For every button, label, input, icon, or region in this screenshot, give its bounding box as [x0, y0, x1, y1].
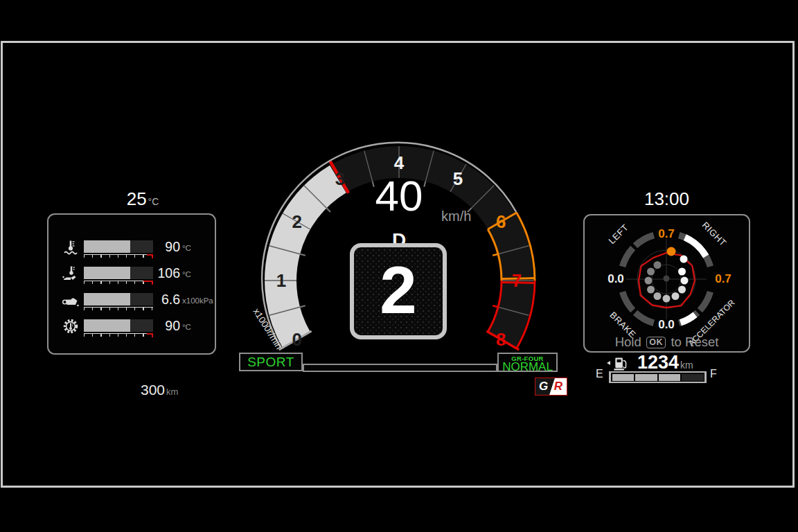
reset-hint-pre: Hold	[615, 335, 641, 350]
g-force-meter: 0.7 0.7 0.0 0.0 LEFT RIGHT BRAKE ACCELER…	[585, 215, 752, 354]
distance-to-empty: 1234km	[637, 352, 693, 373]
coolant-temperature-value: 90	[125, 240, 180, 254]
oil-temperature-scale	[84, 281, 153, 285]
g-value-top: 0.7	[658, 227, 675, 240]
ok-button-glyph: OK	[646, 337, 666, 348]
oil-pressure-scale	[84, 307, 153, 312]
awd-mode-value: NORMAL	[499, 362, 556, 372]
gr-logo-letter-r: R	[554, 380, 562, 393]
vital-row-coolant: 90 °C	[48, 240, 215, 266]
gr-logo: G R	[535, 378, 567, 396]
fuel-segment	[635, 374, 657, 381]
g-value-right: 0.7	[715, 272, 732, 285]
g-label-left: LEFT	[607, 222, 631, 247]
gr-logo-letter-g: G	[539, 380, 548, 393]
vitals-panel: 90 °C 106 °C	[47, 213, 216, 355]
coolant-temperature-icon	[61, 238, 80, 257]
g-label-right: RIGHT	[700, 220, 729, 248]
g-meter-active-arc-right	[685, 238, 706, 256]
g-value-bottom: 0.0	[658, 318, 675, 331]
ambient-temperature-value: 25	[127, 188, 147, 209]
coolant-temperature-unit: °C	[182, 244, 191, 252]
tach-tick-2: 2	[292, 211, 302, 232]
oil-pressure-unit: x100kPa	[182, 296, 213, 305]
tach-tick-6: 6	[496, 211, 506, 232]
tach-tick-8: 8	[496, 329, 506, 350]
tach-tick-0: 0	[292, 329, 302, 350]
coolant-temperature-scale	[84, 254, 153, 259]
oil-pressure-value: 6.6	[125, 292, 180, 306]
drive-mode-badge: SPORT	[239, 353, 303, 371]
transmission-temperature-value: 90	[125, 319, 180, 332]
current-gear-value: 2	[380, 253, 416, 327]
distance-to-empty-value: 1234	[637, 352, 679, 373]
g-monitor-panel: 0.7 0.7 0.0 0.0 LEFT RIGHT BRAKE ACCELER…	[583, 214, 750, 353]
reset-hint-post: to Reset	[671, 335, 718, 350]
instrument-cluster: 25°C 90 °C	[0, 0, 798, 532]
oil-pressure-icon	[61, 290, 80, 310]
fuel-door-arrow-icon	[607, 361, 610, 365]
cruising-range: 300km	[141, 382, 178, 398]
ambient-temperature-unit: °C	[148, 196, 159, 207]
awd-mode-badge: GR-FOUR NORMAL	[497, 353, 558, 372]
fuel-empty-label: E	[596, 368, 603, 380]
oil-temperature-unit: °C	[182, 270, 191, 278]
reset-hint: Hold OK to Reset	[585, 335, 749, 350]
g-value-left: 0.0	[608, 272, 624, 285]
fuel-segment	[682, 374, 704, 381]
fuel-segment	[612, 374, 635, 381]
mode-connector-bar	[303, 364, 497, 372]
speed-unit: km/h	[441, 209, 471, 224]
transmission-temperature-scale	[84, 333, 153, 338]
gear-indicator: 2	[350, 243, 447, 339]
cruising-range-value: 300	[141, 382, 165, 398]
fuel-segment	[659, 374, 681, 381]
vital-row-transmission: 90 °C	[48, 319, 215, 345]
oil-temperature-value: 106	[125, 266, 180, 280]
cruising-range-unit: km	[166, 387, 178, 397]
tach-tick-7: 7	[512, 270, 522, 291]
vital-row-oil-pressure: 6.6 x100kPa	[48, 292, 215, 319]
oil-temperature-icon	[61, 264, 80, 283]
fuel-pump-icon	[612, 355, 628, 372]
clock: 13:00	[583, 188, 750, 210]
fuel-gauge	[609, 371, 707, 383]
tach-tick-4: 4	[394, 152, 405, 173]
tach-tick-1: 1	[276, 270, 286, 291]
g-meter-active-arc-accel	[680, 314, 695, 323]
vital-row-oil-temp: 106 °C	[48, 266, 215, 292]
ambient-temperature: 25°C	[58, 188, 227, 210]
transmission-temperature-unit: °C	[182, 323, 191, 331]
tach-rpm-fill	[281, 179, 338, 340]
distance-to-empty-unit: km	[680, 360, 693, 371]
transmission-temperature-icon	[61, 317, 80, 336]
g-meter-current-dot	[667, 247, 676, 256]
fuel-full-label: F	[710, 368, 717, 380]
